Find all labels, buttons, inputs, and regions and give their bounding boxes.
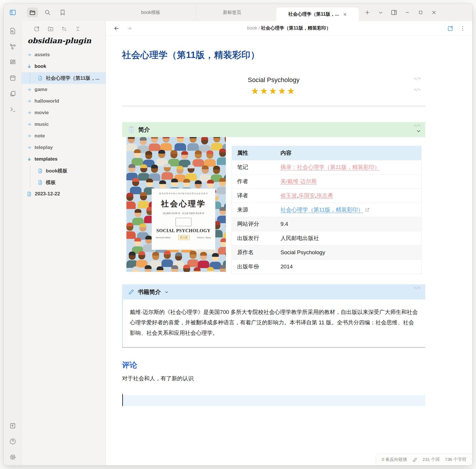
crowd-person-art [136, 252, 148, 268]
breadcrumb-folder[interactable]: book [247, 26, 257, 30]
property-value: 摘录：社会心理学（第11版，精装彩印） [275, 160, 422, 174]
book-intro-body: 戴维·迈尔斯的《社会心理学》是美国700 多所大专院校社会心理学教学所采用的教材… [122, 299, 425, 347]
files-view-button[interactable] [27, 8, 38, 17]
sidebar-folder-note[interactable]: note [22, 130, 106, 142]
edit-block-icon[interactable]: </> [414, 286, 421, 290]
tab-active-document[interactable]: 社会心理学（第11版，... [276, 8, 359, 21]
edit-block-icon[interactable]: </> [414, 123, 421, 128]
sidebar-file[interactable]: 2023-12-22 [22, 188, 106, 200]
folder-collapsed-arrow-icon [27, 99, 32, 103]
search-view-button[interactable] [42, 8, 53, 17]
crowd-person-art [217, 208, 226, 223]
crowd-person-art [217, 149, 226, 165]
edit-block-icon[interactable]: </> [414, 87, 421, 92]
minimize-icon [405, 10, 410, 15]
internal-link[interactable]: 侯玉波 [281, 192, 297, 199]
cover-edition: Eleventh Edition [156, 237, 171, 239]
sidebar-file[interactable]: book模板 [22, 165, 106, 177]
editor-active-line[interactable] [122, 395, 425, 406]
quick-switcher-icon[interactable] [9, 28, 16, 34]
sidebar-file[interactable]: 模板 [22, 177, 106, 188]
canvas-icon[interactable] [9, 59, 16, 66]
navigate-back-icon[interactable] [113, 25, 120, 32]
toggle-left-sidebar-button[interactable] [7, 8, 18, 17]
char-count[interactable]: 736 个字符 [445, 457, 466, 462]
minimize-button[interactable] [402, 8, 413, 17]
edit-block-icon[interactable]: </> [414, 76, 421, 81]
rating-stars[interactable]: ★★★★★ [122, 86, 425, 96]
internal-link[interactable]: 张志勇 [317, 192, 333, 199]
sidebar-folder-templates[interactable]: templates [22, 153, 106, 165]
crowd-person-art [161, 164, 173, 180]
new-tab-button[interactable] [362, 8, 373, 17]
internal-link[interactable]: 摘录：社会心理学（第11版，精装彩印） [281, 164, 380, 170]
crowd-person-art [126, 223, 136, 239]
breadcrumb[interactable]: book / 社会心理学（第11版，精装彩印） [247, 25, 331, 31]
new-note-icon[interactable] [34, 26, 40, 32]
crowd-person-art [161, 251, 173, 267]
new-folder-icon[interactable] [48, 26, 54, 32]
maximize-button[interactable] [415, 8, 426, 17]
tab-book-template[interactable]: book模板 [106, 4, 196, 21]
book-cover-panel: 教育部高等学校心理学教学指导委员会推荐用书 社会心理学 [美] 戴维·迈尔斯 著… [152, 189, 215, 250]
sidebar-file[interactable]: 社会心理学（第11版，... [22, 72, 106, 84]
collapse-section-icon[interactable] [416, 128, 421, 134]
crowd-person-art [132, 210, 144, 225]
graph-view-icon[interactable] [9, 43, 16, 50]
tab-list-dropdown-button[interactable] [375, 8, 386, 17]
internal-link[interactable]: 美/戴维·迈尔斯 [281, 178, 317, 184]
table-row: 原作名Social Psychology [232, 246, 422, 260]
crowd-person-art [205, 268, 216, 272]
bookmarks-view-button[interactable] [57, 8, 68, 17]
tab-label: 社会心理学（第11版，... [288, 11, 339, 17]
backlinks-count[interactable]: 0 条反向链接 [382, 457, 407, 462]
property-value: 侯玉波,乐国安,张志勇 [275, 189, 422, 203]
close-tab-icon[interactable] [343, 12, 347, 17]
property-value: 2014 [275, 260, 422, 274]
collapse-all-icon[interactable] [75, 26, 81, 32]
close-window-button[interactable] [428, 8, 439, 17]
crowd-person-art [154, 267, 166, 272]
word-count[interactable]: 231 个词 [423, 457, 440, 462]
notepad-icon [128, 126, 135, 133]
sidebar-folder-assets[interactable]: assets [22, 49, 106, 61]
tab-new-page[interactable]: 新标签页 [196, 4, 268, 21]
sidebar-folder-halloworld[interactable]: halloworld [22, 95, 106, 107]
folder-collapsed-arrow-icon [27, 87, 32, 92]
folder-expanded-arrow-icon [27, 64, 32, 69]
crowd-person-art [169, 266, 181, 272]
copy-icon[interactable] [9, 90, 16, 97]
collapse-callout-icon[interactable] [164, 290, 169, 294]
sort-order-icon[interactable] [61, 26, 67, 32]
external-link-icon [365, 208, 370, 212]
help-icon[interactable] [9, 438, 16, 445]
settings-gear-icon[interactable] [9, 454, 16, 461]
more-options-icon[interactable] [459, 25, 466, 32]
breadcrumb-separator: / [259, 26, 260, 30]
external-link[interactable]: 社会心理学（第11版，精装彩印） [281, 207, 364, 213]
edit-mode-toggle-icon[interactable] [447, 25, 454, 32]
sidebar-folder-music[interactable]: music [22, 119, 106, 130]
titlebar: book模板 新标签页 社会心理学（第11版，... [4, 4, 472, 21]
book-intro-title: 书籍简介 [138, 288, 161, 296]
panel-right-icon [391, 9, 397, 16]
table-row: 出版年份2014 [232, 260, 422, 274]
cover-edition-badge: 第11版 [178, 235, 190, 240]
vault-switcher-icon[interactable] [9, 422, 16, 429]
tab-label: 新标签页 [223, 10, 241, 16]
terminal-icon[interactable] [9, 106, 16, 113]
crowd-person-art [192, 151, 204, 167]
sidebar-folder-book[interactable]: book [22, 61, 106, 72]
table-row: 译者侯玉波,乐国安,张志勇 [232, 189, 422, 203]
search-icon [44, 9, 51, 16]
calendar-icon[interactable] [9, 74, 16, 81]
sidebar-folder-movie[interactable]: movie [22, 107, 106, 119]
internal-link[interactable]: 乐国安 [299, 192, 315, 199]
property-key: 作者 [232, 174, 275, 189]
navigate-forward-icon[interactable] [126, 25, 132, 32]
toggle-right-sidebar-button[interactable] [388, 8, 399, 17]
sidebar-folder-game[interactable]: game [22, 84, 106, 95]
properties-table: 属性内容笔记摘录：社会心理学（第11版，精装彩印）作者美/戴维·迈尔斯译者侯玉波… [232, 146, 422, 274]
folder-collapsed-arrow-icon [27, 122, 32, 127]
sidebar-folder-teleplay[interactable]: teleplay [22, 142, 106, 153]
